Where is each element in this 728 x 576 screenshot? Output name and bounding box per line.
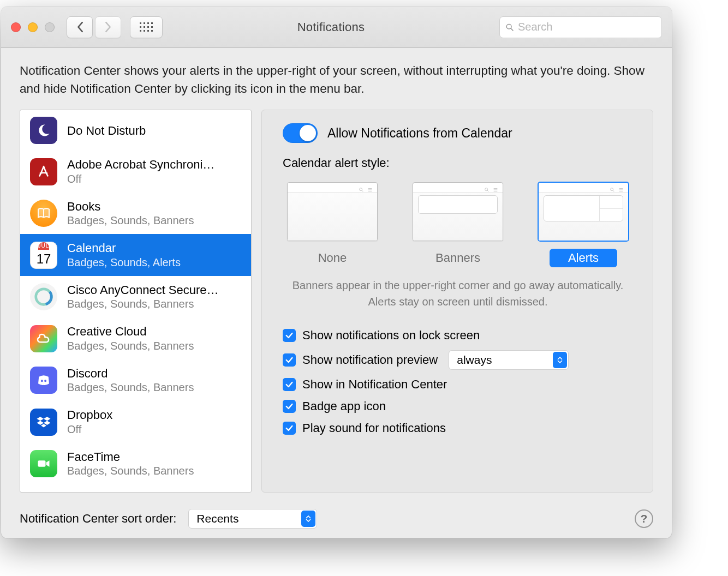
app-name: FaceTime <box>67 449 241 465</box>
preview-checkbox[interactable] <box>283 353 296 367</box>
grid-icon <box>140 22 153 32</box>
alert-style-banners[interactable]: Banners <box>411 182 504 267</box>
app-name: Creative Cloud <box>67 324 241 339</box>
sidebar-item-facetime[interactable]: FaceTime Badges, Sounds, Banners <box>20 443 251 479</box>
back-button[interactable] <box>67 16 93 38</box>
cisco-icon <box>30 283 57 310</box>
sidebar-item-cisco[interactable]: Cisco AnyConnect Secure… Badges, Sounds,… <box>20 276 251 318</box>
nav-buttons <box>67 16 121 38</box>
alert-style-hint: Banners appear in the upper-right corner… <box>283 277 633 310</box>
close-window-button[interactable] <box>11 22 21 32</box>
app-sub: Badges, Sounds, Banners <box>67 339 241 353</box>
calendar-icon: JUL 17 <box>30 242 57 269</box>
acrobat-icon <box>30 158 57 185</box>
app-name: Discord <box>67 366 241 381</box>
show-all-button[interactable] <box>130 16 163 38</box>
sidebar-item-do-not-disturb[interactable]: Do Not Disturb <box>20 110 251 151</box>
notification-center-label: Show in Notification Center <box>302 377 447 392</box>
search-field[interactable] <box>499 16 662 38</box>
alert-style-row: None Banners Alerts <box>283 182 633 267</box>
app-sub: Off <box>67 172 241 186</box>
sidebar-item-books[interactable]: Books Badges, Sounds, Banners <box>20 193 251 235</box>
chevron-up-down-icon <box>301 511 315 527</box>
sidebar-item-discord[interactable]: Discord Badges, Sounds, Banners <box>20 359 251 401</box>
notification-center-checkbox[interactable] <box>283 378 296 391</box>
app-name: Dropbox <box>67 407 241 423</box>
svg-point-4 <box>41 380 43 382</box>
options: Show notifications on lock screen Show n… <box>283 328 633 435</box>
app-sub: Badges, Sounds, Banners <box>67 381 241 394</box>
sidebar-item-dropbox[interactable]: Dropbox Off <box>20 401 251 443</box>
search-icon <box>505 22 514 32</box>
books-icon <box>30 200 57 227</box>
forward-button <box>95 16 121 38</box>
help-button[interactable]: ? <box>635 509 653 528</box>
preview-none <box>287 182 378 241</box>
panes: Do Not Disturb Adobe Acrobat Synchroni… … <box>20 110 653 493</box>
svg-rect-6 <box>38 460 46 467</box>
app-name: Cisco AnyConnect Secure… <box>67 283 241 298</box>
svg-line-13 <box>487 190 489 192</box>
toolbar: Notifications <box>1 7 672 48</box>
app-sub: Badges, Sounds, Alerts <box>67 256 241 269</box>
description-text: Notification Center shows your alerts in… <box>20 62 653 98</box>
sort-order-select[interactable]: Recents <box>188 509 317 529</box>
badge-checkbox[interactable] <box>283 400 296 413</box>
app-name: Adobe Acrobat Synchroni… <box>67 157 241 172</box>
preview-banners <box>413 182 503 241</box>
app-list[interactable]: Do Not Disturb Adobe Acrobat Synchroni… … <box>20 110 252 493</box>
app-sub: Badges, Sounds, Banners <box>67 464 241 478</box>
alert-style-none[interactable]: None <box>286 182 379 267</box>
detail-panel: Allow Notifications from Calendar Calend… <box>261 110 653 493</box>
search-input[interactable] <box>518 21 656 33</box>
footer: Notification Center sort order: Recents … <box>20 505 653 529</box>
dropbox-icon <box>30 409 57 436</box>
sidebar-item-creative-cloud[interactable]: Creative Cloud Badges, Sounds, Banners <box>20 317 251 359</box>
alert-style-label: Calendar alert style: <box>283 156 633 170</box>
sound-checkbox[interactable] <box>283 422 296 435</box>
chevron-up-down-icon <box>553 352 567 368</box>
discord-icon <box>30 367 57 394</box>
sidebar-item-acrobat[interactable]: Adobe Acrobat Synchroni… Off <box>20 151 251 193</box>
sort-order-label: Notification Center sort order: <box>20 512 176 526</box>
window-title: Notifications <box>171 20 491 34</box>
svg-point-5 <box>44 380 46 382</box>
moon-icon <box>30 117 57 144</box>
sound-label: Play sound for notifications <box>302 421 446 435</box>
app-sub: Badges, Sounds, Banners <box>67 214 241 227</box>
window-controls <box>11 22 55 32</box>
svg-line-8 <box>362 190 363 192</box>
minimize-window-button[interactable] <box>28 22 38 32</box>
badge-label: Badge app icon <box>302 399 386 413</box>
app-name: Do Not Disturb <box>67 123 241 139</box>
lock-screen-checkbox[interactable] <box>283 329 296 342</box>
svg-line-18 <box>613 190 614 192</box>
content: Notification Center shows your alerts in… <box>1 48 672 538</box>
svg-line-1 <box>511 28 513 31</box>
preferences-window: Notifications Notification Center shows … <box>1 7 672 538</box>
zoom-window-button <box>45 22 55 32</box>
preview-select[interactable]: always <box>449 350 569 370</box>
allow-notifications-label: Allow Notifications from Calendar <box>327 126 512 141</box>
creative-cloud-icon <box>30 325 57 352</box>
app-name: Calendar <box>67 241 241 256</box>
sidebar-item-calendar[interactable]: JUL 17 Calendar Badges, Sounds, Alerts <box>20 234 251 276</box>
allow-notifications-toggle[interactable] <box>283 123 318 143</box>
lock-screen-label: Show notifications on lock screen <box>302 328 480 343</box>
app-name: Books <box>67 199 241 214</box>
app-sub: Off <box>67 423 241 436</box>
app-sub: Badges, Sounds, Banners <box>67 297 241 311</box>
alert-style-alerts[interactable]: Alerts <box>537 182 630 267</box>
facetime-icon <box>30 450 57 477</box>
preview-label: Show notification preview <box>302 353 438 367</box>
preview-alerts <box>538 182 629 241</box>
